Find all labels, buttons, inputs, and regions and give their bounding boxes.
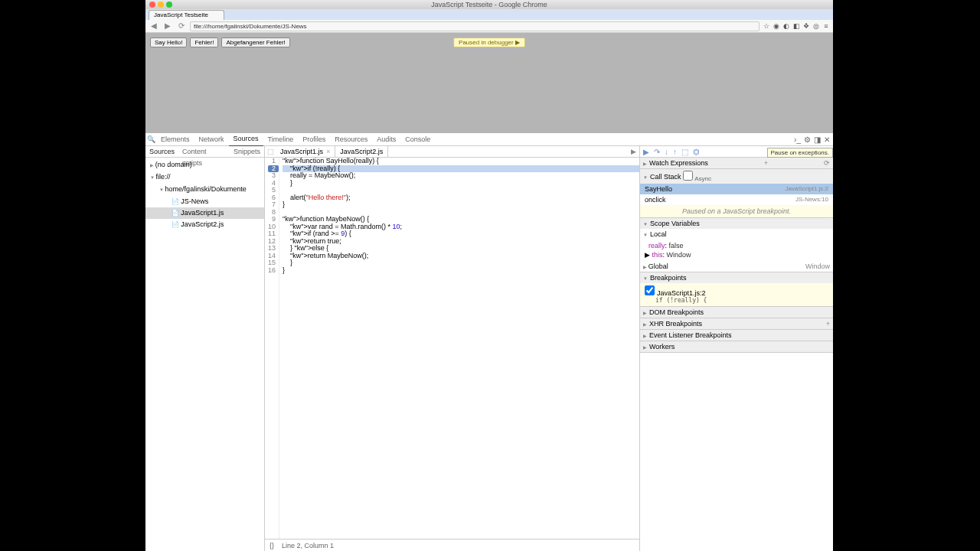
nav-tab-sources[interactable]: Sources [145, 146, 178, 157]
scope-global[interactable]: GlobalWindow [640, 261, 833, 272]
reload-icon[interactable]: ⟳ [176, 21, 187, 31]
ext-icon[interactable]: ◐ [782, 22, 790, 30]
editor-statusbar: {} Line 2, Column 1 [265, 539, 639, 551]
tab-network[interactable]: Network [194, 133, 229, 146]
source-editor: ⬚ JavaScript1.js× JavaScript2.js ▶ 12345… [265, 146, 640, 551]
page-content: Say Hello! Fehler! Abgefangener Fehler! … [145, 33, 833, 133]
back-icon[interactable]: ◀ [149, 21, 159, 31]
callstack-header[interactable]: Call Stack Async [640, 169, 833, 184]
window-title: JavaScript Testseite - Google Chrome [431, 1, 547, 8]
ext-icon[interactable]: ◧ [792, 22, 800, 30]
star-icon[interactable]: ☆ [763, 22, 770, 30]
toolbar: ◀ ▶ ⟳ file:///home/fgalinski/Dokumente/J… [145, 20, 833, 33]
async-checkbox[interactable] [683, 171, 693, 181]
search-icon[interactable]: 🔍 [145, 135, 156, 143]
tab-sources[interactable]: Sources [229, 132, 263, 146]
sources-navigator: Sources Content scripts Snippets (no dom… [145, 146, 265, 551]
pretty-print-icon[interactable]: {} [270, 540, 274, 551]
ext-icon[interactable]: ◉ [773, 22, 780, 30]
breakpoints-header[interactable]: Breakpoints [640, 272, 833, 283]
refresh-icon[interactable]: ⟳ [824, 159, 830, 167]
nav-tab-content-scripts[interactable]: Content scripts [178, 146, 230, 157]
scope-variable[interactable]: really: false [645, 241, 828, 250]
cursor-position: Line 2, Column 1 [282, 540, 334, 551]
editor-tab[interactable]: JavaScript2.js [335, 146, 388, 157]
paused-banner: Paused in debugger ▶ [453, 37, 525, 47]
dock-icon[interactable]: ◨ [814, 135, 821, 144]
event-listener-breakpoints-header[interactable]: Event Listener Breakpoints [640, 330, 833, 341]
tab-resources[interactable]: Resources [330, 133, 372, 146]
menu-icon[interactable]: ≡ [822, 22, 830, 30]
debugger-sidebar: ▶ ↷ ↓ ↑ ⬚ ⏣ Pause on exceptions. Watch E… [640, 146, 833, 551]
nav-prev-icon[interactable]: ⬚ [265, 148, 276, 155]
breakpoint-checkbox[interactable] [645, 285, 655, 295]
resume-icon[interactable]: ▶ [643, 148, 649, 156]
window-titlebar: JavaScript Testseite - Google Chrome [145, 0, 833, 9]
tree-file[interactable]: JavaScript2.js [145, 219, 264, 230]
editor-tab[interactable]: JavaScript1.js× [276, 146, 335, 157]
tab-timeline[interactable]: Timeline [263, 133, 299, 146]
tab-elements[interactable]: Elements [156, 133, 194, 146]
step-out-icon[interactable]: ↑ [673, 148, 677, 156]
call-frame[interactable]: SayHello JavaScript1.js:2 [640, 184, 833, 194]
add-icon[interactable]: + [826, 320, 830, 328]
paused-message: Paused on a JavaScript breakpoint. [640, 205, 833, 217]
tree-no-domain[interactable]: (no domain) [145, 159, 264, 171]
ext-icon[interactable]: ◎ [812, 22, 820, 30]
extension-icons: ☆ ◉ ◐ ◧ ❖ ◎ ≡ [763, 22, 830, 30]
forward-icon[interactable]: ▶ [162, 21, 173, 31]
scope-header[interactable]: Scope Variables [640, 218, 833, 229]
deactivate-breakpoints-icon[interactable]: ⬚ [681, 148, 688, 156]
settings-icon[interactable]: ⚙ [804, 135, 811, 144]
abgefangener-fehler-button[interactable]: Abgefangener Fehler! [221, 37, 289, 47]
close-icon[interactable] [149, 2, 155, 8]
add-icon[interactable]: + [764, 159, 768, 167]
tree-file[interactable]: JS-News [145, 196, 264, 207]
close-tab-icon[interactable]: × [326, 148, 330, 155]
xhr-breakpoints-header[interactable]: XHR Breakpoints+ [640, 318, 833, 329]
dom-breakpoints-header[interactable]: DOM Breakpoints [640, 307, 833, 318]
fehler-button[interactable]: Fehler! [190, 37, 218, 47]
drawer-icon[interactable]: ›_ [794, 135, 801, 144]
tab-profiles[interactable]: Profiles [298, 133, 330, 146]
devtools-panel: 🔍 Elements Network Sources Timeline Prof… [145, 133, 833, 551]
tree-folder[interactable]: home/fgalinski/Dokumente [145, 184, 264, 196]
breakpoint-item[interactable]: JavaScript1.js:2 if (!really) { [640, 283, 833, 306]
workers-header[interactable]: Workers [640, 341, 833, 352]
tab-console[interactable]: Console [400, 133, 435, 146]
watch-header[interactable]: Watch Expressions+⟳ [640, 158, 833, 168]
call-frame[interactable]: onclick JS-News:10 [640, 194, 833, 205]
step-into-icon[interactable]: ↓ [665, 148, 668, 156]
address-bar[interactable]: file:///home/fgalinski/Dokumente/JS-News [190, 21, 760, 31]
debugger-toolbar: ▶ ↷ ↓ ↑ ⬚ ⏣ Pause on exceptions. [640, 146, 833, 158]
tab-audits[interactable]: Audits [372, 133, 400, 146]
minimize-icon[interactable] [158, 2, 164, 8]
devtools-tabs: 🔍 Elements Network Sources Timeline Prof… [145, 133, 833, 146]
tree-file[interactable]: JavaScript1.js [145, 207, 264, 219]
say-hello-button[interactable]: Say Hello! [150, 37, 187, 47]
browser-tab[interactable]: JavaScript Testseite [149, 10, 224, 20]
source-code[interactable]: "kw">function SayHello(really) { "kw">if… [279, 158, 639, 539]
scope-variable[interactable]: ▶ this: Window [645, 250, 828, 259]
ext-icon[interactable]: ❖ [802, 22, 810, 30]
line-gutter[interactable]: 12345678910111213141516 [265, 158, 279, 539]
tooltip: Pause on exceptions. [767, 148, 834, 158]
scope-local[interactable]: Local [640, 229, 833, 240]
pause-exceptions-icon[interactable]: ⏣ [693, 148, 700, 156]
run-icon[interactable]: ▶ [628, 148, 639, 155]
tree-scheme[interactable]: file:// [145, 171, 264, 184]
zoom-icon[interactable] [166, 2, 172, 8]
window-controls[interactable] [149, 2, 172, 8]
browser-tabstrip: JavaScript Testseite [145, 9, 833, 20]
close-devtools-icon[interactable]: ✕ [824, 135, 830, 144]
step-over-icon[interactable]: ↷ [654, 148, 660, 156]
nav-tab-snippets[interactable]: Snippets [230, 146, 264, 157]
